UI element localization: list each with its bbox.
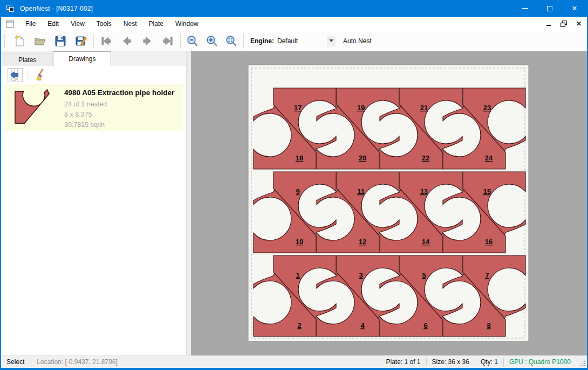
panel-toolbar-separator bbox=[28, 69, 28, 81]
drawing-nested-count: 24 of 1 nested bbox=[64, 99, 174, 110]
part-number-label: 9 bbox=[296, 187, 299, 196]
status-location: Location: [-0.9437, 21.8796] bbox=[31, 358, 122, 366]
engine-label: Engine: bbox=[250, 37, 274, 45]
toolbar-separator bbox=[243, 34, 244, 48]
clean-button[interactable] bbox=[32, 68, 47, 82]
menu-item-plate[interactable]: Plate bbox=[143, 18, 169, 30]
part-number-label: 21 bbox=[420, 104, 428, 112]
broom-icon bbox=[33, 69, 46, 82]
part-number-label: 20 bbox=[359, 154, 366, 162]
maximize-button[interactable] bbox=[537, 0, 562, 17]
previous-plate-icon bbox=[121, 35, 133, 47]
status-plate: Plate: 1 of 1 bbox=[380, 358, 426, 366]
status-size: Size: 36 x 36 bbox=[427, 358, 475, 366]
part-number-label: 8 bbox=[487, 321, 490, 329]
send-to-drawing-icon bbox=[9, 69, 21, 81]
part-number-label: 16 bbox=[485, 238, 493, 246]
status-bar: Select Location: [-0.9437, 21.8796] Plat… bbox=[1, 355, 587, 368]
mdi-close-button[interactable]: ✕ bbox=[575, 20, 583, 28]
part-number-label: 6 bbox=[423, 321, 427, 329]
part-number-label: 15 bbox=[483, 187, 491, 196]
part-number-label: 22 bbox=[422, 154, 429, 162]
zoom-fit-button[interactable] bbox=[222, 33, 241, 49]
part-number-label: 2 bbox=[297, 321, 301, 329]
status-qty: Qty: 1 bbox=[475, 358, 503, 366]
title-bar[interactable]: OpenNest - [N0317-002] ✕ bbox=[1, 0, 587, 17]
drawing-size: 8 x 8.375 bbox=[64, 110, 174, 120]
app-window: OpenNest - [N0317-002] ✕ FileEditViewToo… bbox=[0, 0, 588, 370]
save-icon bbox=[54, 35, 66, 47]
part-number-label: 23 bbox=[483, 104, 491, 112]
menu-item-nest[interactable]: Nest bbox=[118, 18, 143, 30]
part-number-label: 7 bbox=[485, 271, 489, 279]
mdi-document-icon[interactable] bbox=[6, 21, 14, 28]
part-number-label: 17 bbox=[294, 104, 302, 112]
minimize-icon bbox=[522, 8, 528, 9]
panel-tabs: PlatesDrawings bbox=[1, 51, 186, 66]
engine-value: Default bbox=[277, 37, 327, 45]
menu-item-window[interactable]: Window bbox=[169, 18, 204, 30]
part-number-label: 19 bbox=[357, 104, 365, 112]
send-to-drawing-button[interactable] bbox=[8, 68, 23, 82]
part-number-label: 18 bbox=[296, 154, 303, 162]
mdi-minimize-icon bbox=[546, 25, 551, 26]
engine-dropdown[interactable]: Default bbox=[277, 35, 336, 47]
last-plate-icon bbox=[162, 35, 174, 47]
drawings-toolbar bbox=[1, 66, 186, 83]
menu-item-file[interactable]: File bbox=[19, 18, 42, 30]
panel-splitter[interactable] bbox=[186, 51, 191, 355]
save-button[interactable] bbox=[50, 33, 71, 49]
mdi-restore-button[interactable] bbox=[560, 20, 568, 28]
mdi-restore-icon bbox=[560, 21, 567, 27]
mdi-minimize-button[interactable] bbox=[545, 20, 552, 28]
left-panel: PlatesDrawings bbox=[1, 51, 186, 355]
save-as-button[interactable] bbox=[71, 33, 91, 49]
open-file-button[interactable] bbox=[30, 33, 50, 49]
part-thumbnail-shape bbox=[10, 89, 56, 127]
drawing-area: 30.7815 sq/in bbox=[64, 120, 174, 130]
app-icon bbox=[6, 5, 15, 12]
minimize-button[interactable] bbox=[512, 0, 537, 17]
zoom-in-button[interactable] bbox=[202, 33, 222, 49]
next-plate-button[interactable] bbox=[137, 33, 158, 49]
last-plate-button[interactable] bbox=[158, 33, 178, 49]
part-number-label: 11 bbox=[357, 187, 365, 196]
drawing-title: 4980 A05 Extraction pipe holder bbox=[64, 89, 174, 97]
toolbar-separator bbox=[180, 34, 181, 48]
part-number-label: 1 bbox=[296, 271, 299, 279]
zoom-out-button[interactable] bbox=[183, 33, 202, 49]
part-number-label: 4 bbox=[360, 321, 365, 329]
part-thumbnail bbox=[9, 88, 57, 127]
part-number-label: 10 bbox=[296, 238, 303, 246]
menu-item-tools[interactable]: Tools bbox=[91, 18, 118, 30]
previous-plate-button[interactable] bbox=[117, 33, 137, 49]
next-plate-icon bbox=[141, 35, 153, 47]
resize-grip[interactable] bbox=[577, 359, 586, 367]
drawing-list-item[interactable]: 4980 A05 Extraction pipe holder 24 of 1 … bbox=[5, 84, 183, 131]
zoom-fit-icon bbox=[225, 35, 237, 47]
toolbar-separator bbox=[93, 34, 94, 48]
main-toolbar: Engine: Default Auto Nest bbox=[1, 31, 587, 51]
toolbar-grip[interactable] bbox=[3, 33, 6, 49]
first-plate-button[interactable] bbox=[96, 33, 117, 49]
drawings-list: 4980 A05 Extraction pipe holder 24 of 1 … bbox=[1, 83, 186, 355]
tab-drawings[interactable]: Drawings bbox=[53, 51, 111, 66]
new-document-icon bbox=[13, 35, 25, 47]
part-number-label: 3 bbox=[359, 271, 363, 279]
menu-item-view[interactable]: View bbox=[65, 18, 91, 30]
window-title: OpenNest - [N0317-002] bbox=[20, 5, 93, 12]
mdi-close-icon: ✕ bbox=[576, 20, 582, 28]
status-gpu: GPU : Quadro P1000 bbox=[504, 358, 576, 366]
new-document-button[interactable] bbox=[9, 33, 30, 49]
close-button[interactable]: ✕ bbox=[562, 0, 587, 17]
zoom-in-icon bbox=[206, 35, 218, 47]
auto-nest-button[interactable]: Auto Nest bbox=[343, 37, 372, 45]
status-mode: Select bbox=[1, 358, 31, 366]
part-number-label: 14 bbox=[422, 238, 430, 246]
tab-plates[interactable]: Plates bbox=[2, 53, 53, 66]
menu-item-edit[interactable]: Edit bbox=[42, 18, 65, 30]
nest-canvas[interactable]: 171819202122232491011121314151612345678 bbox=[191, 51, 587, 355]
engine-dropdown-button[interactable] bbox=[327, 36, 336, 46]
part-number-label: 12 bbox=[359, 238, 366, 246]
maximize-icon bbox=[547, 6, 552, 11]
